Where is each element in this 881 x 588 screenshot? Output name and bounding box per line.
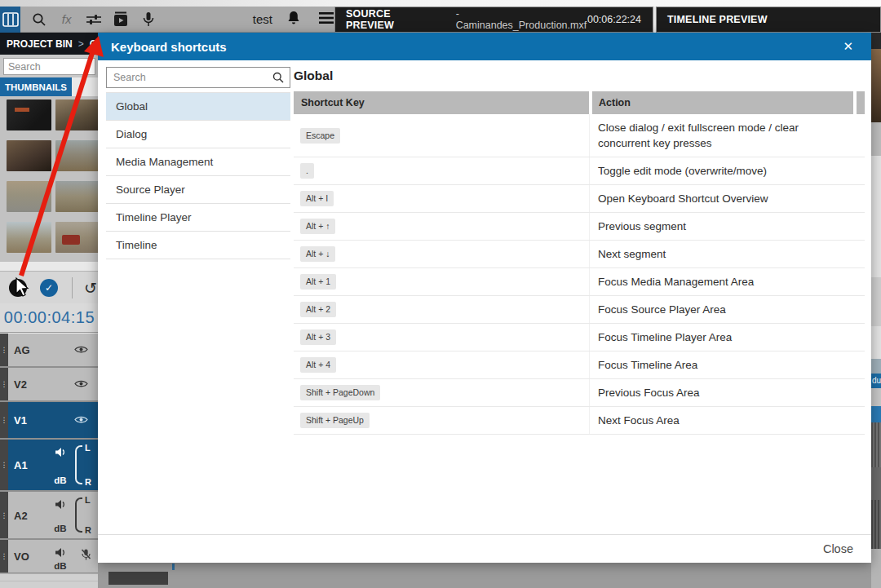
player-tools: i ✓ ↺ — [0, 271, 98, 303]
clip-thumbnail[interactable] — [55, 222, 100, 253]
divider — [72, 277, 73, 298]
track-header-ag[interactable]: ⋮AG — [0, 334, 98, 366]
track-visibility-eye-icon[interactable] — [74, 343, 88, 357]
shortcut-action-cell: Open Keyboard Shortcut Overview — [589, 185, 850, 212]
search-icon[interactable] — [31, 10, 47, 29]
clip-thumbnail[interactable] — [7, 222, 51, 253]
hamburger-menu-icon[interactable] — [318, 11, 334, 28]
category-item-global[interactable]: Global — [106, 93, 290, 121]
clip-thumbnail[interactable] — [55, 181, 100, 212]
track-drag-handle[interactable]: ⋮ — [0, 540, 8, 573]
speaker-icon[interactable] — [55, 446, 67, 461]
shortcut-key-cell: Alt + ↓ — [294, 241, 589, 267]
close-button[interactable]: Close — [823, 542, 853, 555]
keyboard-shortcuts-dialog: Keyboard shortcuts ✕ GlobalDialogMedia M… — [98, 33, 871, 563]
clip-thumbnail[interactable] — [7, 140, 51, 171]
track-label: VO — [14, 550, 29, 563]
column-header-shortcut-key: Shortcut Key — [294, 91, 589, 114]
key-badge: . — [300, 163, 314, 179]
shortcut-row: Alt + 2Focus Source Player Area — [294, 296, 865, 324]
shortcut-key-cell: Shift + PageDown — [294, 379, 589, 406]
clip-thumbnail[interactable] — [7, 99, 51, 130]
notifications-bell-icon[interactable] — [287, 11, 300, 29]
undo-rotate-icon[interactable]: ↺ — [84, 279, 97, 297]
category-item-source-player[interactable]: Source Player — [106, 176, 290, 204]
timeline-scrollbar-thumb[interactable] — [108, 572, 168, 585]
dialog-title: Keyboard shortcuts — [111, 40, 227, 54]
track-label: A2 — [14, 509, 28, 521]
speaker-icon[interactable] — [55, 498, 67, 513]
settings-sliders-icon[interactable] — [86, 10, 102, 29]
track-drag-handle[interactable]: ⋮ — [0, 492, 8, 538]
export-player-icon[interactable] — [113, 10, 129, 29]
track-visibility-eye-icon[interactable] — [74, 377, 88, 391]
channel-labels: LR — [85, 443, 91, 487]
track-drag-handle[interactable]: ⋮ — [0, 440, 8, 490]
shortcut-action-cell: Toggle edit mode (overwrite/move) — [589, 157, 850, 184]
bin-search-input[interactable] — [3, 58, 95, 75]
bin-search-area — [0, 55, 98, 77]
effects-icon[interactable]: fx — [58, 10, 74, 29]
shortcut-row: Alt + ↑Previous segment — [294, 213, 865, 241]
shortcut-action-cell: Focus Media Management Area — [589, 268, 850, 295]
mic-muted-icon[interactable] — [81, 549, 91, 564]
timeline-preview-title: TIMELINE PREVIEW — [667, 14, 768, 25]
user-menu[interactable]: test — [253, 12, 272, 26]
shortcut-key-cell: Alt + 1 — [294, 268, 589, 295]
track-header-v1[interactable]: ⋮V1 — [0, 402, 98, 438]
main-toolbar: fx test — [0, 7, 334, 33]
timeline-footer-strip — [0, 573, 98, 588]
channel-labels: LR — [85, 495, 91, 535]
clip-thumbnail[interactable] — [55, 140, 100, 171]
gain-label: dB — [54, 561, 66, 571]
source-preview-bar: SOURCE PREVIEW - Caminandes_Production.m… — [334, 7, 653, 33]
breadcrumb[interactable]: PROJECT BIN > Ca — [0, 33, 98, 55]
track-drag-handle[interactable]: ⋮ — [0, 334, 8, 366]
clip-thumbnail[interactable] — [55, 99, 100, 130]
track-visibility-eye-icon[interactable] — [74, 413, 88, 427]
timeline-preview-bar: TIMELINE PREVIEW — [656, 7, 881, 33]
key-badge: Alt + 3 — [300, 329, 336, 345]
track-header-vo[interactable]: ⋮VOdB — [0, 540, 98, 573]
source-preview-title: SOURCE PREVIEW — [346, 8, 438, 31]
tab-thumbnails[interactable]: THUMBNAILS — [0, 77, 72, 96]
category-item-timeline[interactable]: Timeline — [106, 232, 290, 259]
column-header-action: Action — [592, 91, 853, 114]
shortcut-search-input[interactable] — [106, 67, 290, 88]
category-item-dialog[interactable]: Dialog — [106, 121, 290, 148]
gain-label: dB — [54, 524, 66, 533]
speaker-icon[interactable] — [55, 546, 67, 561]
microphone-icon[interactable] — [139, 10, 156, 29]
track-header-v2[interactable]: ⋮V2 — [0, 368, 98, 400]
info-button[interactable]: i — [9, 279, 27, 297]
thumbnail-grid — [0, 96, 98, 262]
breadcrumb-root[interactable]: PROJECT BIN — [7, 38, 73, 50]
key-badge: Escape — [300, 128, 340, 144]
track-label: V2 — [14, 378, 27, 391]
app-logo[interactable] — [0, 7, 20, 33]
category-item-timeline-player[interactable]: Timeline Player — [106, 204, 290, 232]
shortcut-key-cell: Alt + 2 — [294, 296, 589, 323]
shortcut-row: Shift + PageUpNext Focus Area — [294, 407, 865, 435]
shortcut-key-cell: Alt + ↑ — [294, 213, 589, 240]
shortcut-table: Shortcut Key Action EscapeClose dialog /… — [294, 91, 865, 435]
confirm-button[interactable]: ✓ — [40, 279, 58, 297]
clip-thumbnail[interactable] — [7, 181, 51, 212]
track-audio-controls: dB — [49, 498, 72, 533]
track-header-a1[interactable]: ⋮A1dBLR — [0, 440, 98, 490]
shortcut-action-cell: Focus Timeline Player Area — [589, 324, 850, 351]
category-item-media-management[interactable]: Media Management — [106, 148, 290, 176]
track-label: AG — [14, 344, 30, 356]
track-header-a2[interactable]: ⋮A2dBLR — [0, 492, 98, 538]
track-audio-controls: dB — [49, 546, 72, 568]
breadcrumb-current[interactable]: Ca — [90, 38, 98, 50]
channel-label: L — [85, 443, 91, 453]
track-label: V1 — [14, 414, 27, 427]
track-drag-handle[interactable]: ⋮ — [0, 368, 8, 400]
shortcut-row: Shift + PageDownPrevious Focus Area — [294, 379, 865, 407]
timeline-clip-label: du — [871, 374, 881, 388]
channel-bracket — [75, 497, 82, 533]
filmstrip-icon — [2, 12, 19, 27]
close-icon[interactable]: ✕ — [838, 38, 858, 55]
track-drag-handle[interactable]: ⋮ — [0, 402, 8, 438]
